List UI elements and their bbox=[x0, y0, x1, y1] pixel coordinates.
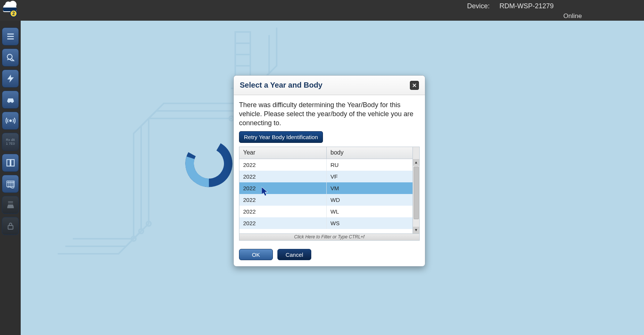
device-value: RDM-WSP-21279 bbox=[499, 2, 554, 10]
log-icon bbox=[6, 200, 15, 210]
scroll-thumb[interactable] bbox=[414, 167, 419, 219]
table-row[interactable]: 2022WL bbox=[239, 206, 413, 217]
layout-icon bbox=[6, 158, 15, 168]
connection-status: Online bbox=[563, 12, 582, 20]
dialog-footer: OK Cancel bbox=[234, 244, 425, 266]
sidebar-vehicle-button[interactable] bbox=[2, 91, 19, 109]
device-label: Device: bbox=[467, 2, 490, 10]
data-line1: Rx d8 bbox=[6, 138, 15, 142]
sidebar-sensor-button[interactable] bbox=[2, 112, 19, 130]
cell-body: VF bbox=[327, 171, 413, 182]
column-header-year[interactable]: Year bbox=[239, 147, 327, 159]
sidebar-diagnose-button[interactable] bbox=[2, 49, 19, 67]
svg-point-7 bbox=[11, 101, 13, 103]
sidebar-flash-button[interactable] bbox=[2, 70, 19, 88]
grid-filter-bar[interactable]: Click Here to Filter or Type CTRL+f bbox=[239, 234, 420, 241]
dialog-close-button[interactable] bbox=[410, 81, 419, 90]
svg-rect-10 bbox=[11, 159, 14, 166]
cell-body: VM bbox=[327, 182, 413, 194]
sidebar-lock-button[interactable] bbox=[2, 217, 19, 235]
sidebar-schedule-button[interactable] bbox=[2, 175, 19, 193]
table-row[interactable]: 2022RU bbox=[239, 159, 413, 171]
cell-body: WL bbox=[327, 206, 413, 217]
vehicle-icon bbox=[6, 95, 15, 105]
sidebar-menu-button[interactable] bbox=[2, 27, 19, 45]
svg-rect-18 bbox=[8, 226, 13, 229]
sidebar-layout-button[interactable] bbox=[2, 154, 19, 172]
cloud-badge: 2 bbox=[10, 10, 17, 17]
lock-icon bbox=[6, 221, 15, 231]
cell-year: 2022 bbox=[239, 159, 327, 171]
svg-point-6 bbox=[8, 101, 9, 103]
brand-ring-logo bbox=[179, 133, 239, 194]
cell-year: 2022 bbox=[239, 206, 327, 217]
diagnose-icon bbox=[6, 53, 15, 62]
column-header-body[interactable]: body bbox=[327, 147, 413, 159]
data-icon: Rx d8 1 7E0 bbox=[6, 138, 15, 146]
sidebar: Rx d8 1 7E0 bbox=[0, 21, 21, 335]
scroll-down-button[interactable]: ▼ bbox=[413, 227, 419, 233]
cell-body: WS bbox=[327, 217, 413, 229]
retry-identification-button[interactable]: Retry Year Body Identification bbox=[239, 131, 323, 143]
data-line2: 1 7E0 bbox=[6, 142, 15, 146]
sensor-icon bbox=[6, 116, 15, 126]
cancel-button[interactable]: Cancel bbox=[277, 249, 311, 260]
sidebar-data-button[interactable]: Rx d8 1 7E0 bbox=[2, 133, 19, 151]
schedule-icon bbox=[6, 179, 15, 189]
cell-year: 2022 bbox=[239, 194, 327, 206]
dialog-message: There was difficulty determining the Yea… bbox=[239, 100, 420, 127]
grid-rows: 2022RU2022VF2022VM2022WD2022WL2022WS bbox=[239, 159, 413, 234]
svg-point-3 bbox=[7, 54, 12, 59]
cell-body: WD bbox=[327, 194, 413, 206]
close-icon bbox=[412, 83, 417, 88]
dialog-titlebar: Select a Year and Body bbox=[234, 76, 425, 95]
dialog-title: Select a Year and Body bbox=[240, 81, 323, 89]
grid-header: Year body bbox=[239, 147, 413, 159]
svg-rect-9 bbox=[7, 159, 10, 166]
cell-body: RU bbox=[327, 159, 413, 171]
table-row[interactable]: 2022WS bbox=[239, 217, 413, 229]
cell-year: 2022 bbox=[239, 171, 327, 182]
app-header: 2 Device: RDM-WSP-21279 Online bbox=[0, 0, 644, 21]
year-body-grid: Year body 2022RU2022VF2022VM2022WD2022WL… bbox=[239, 147, 420, 234]
table-row[interactable]: 2022VM bbox=[239, 182, 413, 194]
ok-button[interactable]: OK bbox=[239, 249, 273, 260]
table-row[interactable]: 2022VF bbox=[239, 171, 413, 182]
year-body-dialog: Select a Year and Body There was difficu… bbox=[233, 75, 425, 267]
cell-year: 2022 bbox=[239, 217, 327, 229]
scroll-up-button[interactable]: ▲ bbox=[413, 159, 419, 166]
svg-marker-5 bbox=[7, 74, 14, 83]
cell-year: 2022 bbox=[239, 182, 327, 194]
menu-icon bbox=[6, 32, 15, 41]
svg-point-8 bbox=[9, 120, 11, 121]
flash-icon bbox=[6, 74, 15, 83]
cloud-logo[interactable]: 2 bbox=[2, 2, 19, 17]
grid-scrollbar[interactable]: ▲ ▼ bbox=[413, 147, 419, 233]
table-row[interactable]: 2022WD bbox=[239, 194, 413, 206]
dialog-body: There was difficulty determining the Yea… bbox=[234, 95, 425, 244]
sidebar-log-button[interactable] bbox=[2, 196, 19, 214]
